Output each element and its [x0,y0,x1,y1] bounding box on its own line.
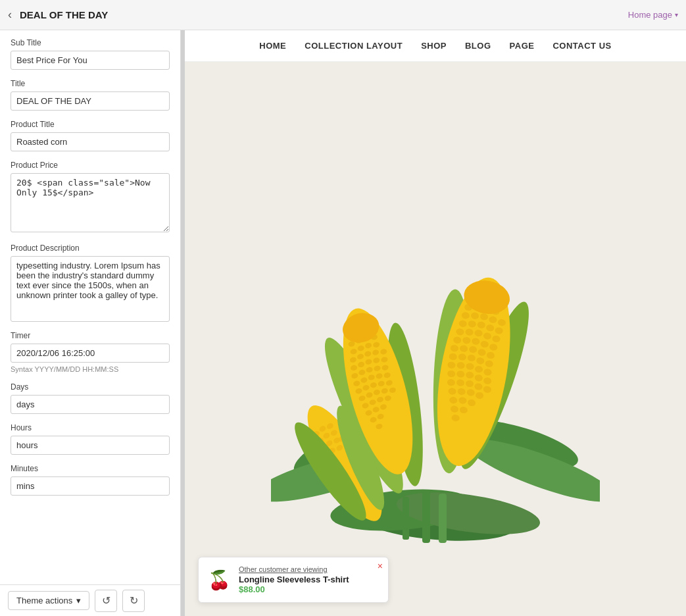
nav-item-home[interactable]: HOME [259,38,286,53]
timer-label: Timer [11,331,170,340]
product-title-label: Product Title [11,120,170,129]
subtitle-field-group: Sub Title [11,38,170,70]
nav-item-shop[interactable]: SHOP [421,38,447,53]
bottom-bar: Theme actions ▾ ↺ ↻ [0,584,180,616]
back-button[interactable]: ‹ [8,8,12,22]
popup-notification: × 🍒 Other customer are viewing Longline … [198,557,389,603]
nav-item-page[interactable]: PAGE [510,38,535,53]
popup-product-name: Longline Sleeveless T-shirt [239,575,379,584]
minutes-input[interactable] [11,476,170,496]
product-price-field-group: Product Price 20$ <span class="sale">Now… [11,161,170,234]
left-panel: Sub Title Title Product Title Product Pr… [0,30,181,616]
corn-illustration [271,135,600,543]
timer-input[interactable] [11,344,170,363]
product-description-field-group: Product Description typesetting industry… [11,244,170,322]
page-label: Home page [628,10,672,20]
popup-fruit-image: 🍒 [208,569,231,591]
nav-item-collection[interactable]: COLLECTION LAYOUT [305,38,403,53]
chevron-down-icon: ▾ [675,11,678,18]
svg-rect-138 [422,490,430,543]
page-selector[interactable]: Home page ▾ [628,10,678,20]
product-description-label: Product Description [11,244,170,253]
product-title-field-group: Product Title [11,120,170,151]
hours-field-group: Hours [11,423,170,455]
corn-background: × 🍒 Other customer are viewing Longline … [185,62,686,616]
top-bar: ‹ DEAL OF THE DAY Home page ▾ [0,0,686,30]
product-description-wrapper: typesetting industry. Lorem Ipsum has be… [11,256,170,322]
timer-field-group: Timer Syntax YYYY/MM/DD HH:MM:SS [11,331,170,373]
product-title-input[interactable] [11,132,170,151]
minutes-label: Minutes [11,464,170,473]
undo-button[interactable]: ↺ [95,590,117,612]
theme-actions-label: Theme actions [16,596,72,605]
days-field-group: Days [11,382,170,414]
popup-text-area: Other customer are viewing Longline Slee… [239,565,379,594]
theme-actions-button[interactable]: Theme actions ▾ [8,591,89,610]
title-label: Title [11,79,170,88]
redo-icon: ↻ [130,594,138,607]
days-label: Days [11,382,170,392]
timer-hint: Syntax YYYY/MM/DD HH:MM:SS [11,365,170,373]
popup-viewing-text: Other customer are viewing [239,565,379,573]
preview-content: × 🍒 Other customer are viewing Longline … [185,62,686,616]
product-description-textarea[interactable]: typesetting industry. Lorem Ipsum has be… [11,256,170,322]
days-input[interactable] [11,395,170,414]
minutes-field-group: Minutes [11,464,170,496]
hours-input[interactable] [11,436,170,455]
product-price-label: Product Price [11,161,170,170]
preview-nav: HOME COLLECTION LAYOUT SHOP BLOG PAGE CO… [185,30,686,62]
svg-rect-139 [439,494,447,543]
nav-item-contact[interactable]: CONTACT US [552,38,611,53]
back-icon: ‹ [8,8,12,22]
chevron-down-icon: ▾ [76,596,81,605]
undo-icon: ↺ [102,594,110,607]
right-preview: HOME COLLECTION LAYOUT SHOP BLOG PAGE CO… [185,30,686,616]
svg-rect-140 [403,497,409,540]
subtitle-input[interactable] [11,51,170,70]
nav-item-blog[interactable]: BLOG [465,38,491,53]
title-input[interactable] [11,91,170,111]
hours-label: Hours [11,423,170,432]
main-layout: Sub Title Title Product Title Product Pr… [0,30,686,616]
product-price-textarea[interactable]: 20$ <span class="sale">Now Only 15$</spa… [11,173,170,232]
popup-price: $88.00 [239,584,379,594]
panel-title: DEAL OF THE DAY [20,9,620,20]
redo-button[interactable]: ↻ [122,590,145,612]
title-field-group: Title [11,79,170,111]
subtitle-label: Sub Title [11,38,170,47]
popup-close-button[interactable]: × [378,561,383,571]
left-panel-content: Sub Title Title Product Title Product Pr… [0,30,180,584]
